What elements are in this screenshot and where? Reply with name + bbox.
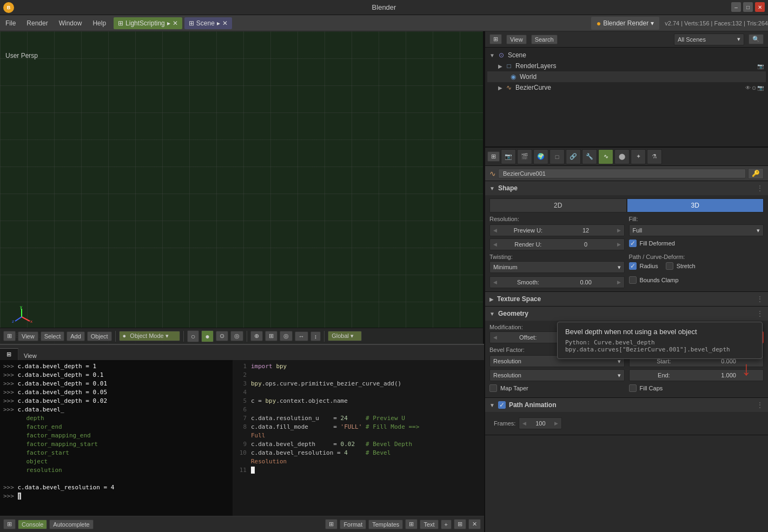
preview-u-field[interactable]: ◀ Preview U: 12 ▶ bbox=[489, 224, 625, 236]
viewport-3d[interactable]: User Persp x y z (1) BezierCurve.001 ⊞ V… bbox=[0, 31, 484, 344]
prop-world-tab[interactable]: 🌍 bbox=[533, 149, 548, 164]
viewport-view-btn[interactable]: View bbox=[18, 331, 38, 341]
twisting-dropdown[interactable]: Minimum ▾ bbox=[489, 261, 625, 273]
shape-section-more[interactable]: ⋮ bbox=[756, 184, 764, 192]
render-u-field[interactable]: ◀ Render U: 0 ▶ bbox=[489, 238, 625, 250]
prop-object-tab[interactable]: □ bbox=[549, 149, 565, 164]
object-name-field[interactable]: BezierCurve001 bbox=[498, 169, 746, 178]
code-duplicate-btn[interactable]: ⊞ bbox=[454, 519, 466, 529]
outliner-content: ▼ ⊙ Scene ▶ □ RenderLayers 📷 ◉ bbox=[485, 48, 768, 95]
material-btn[interactable]: ⊙ bbox=[216, 331, 228, 341]
console-menu-icon[interactable]: ⊞ bbox=[3, 519, 16, 529]
viewport-select-btn[interactable]: Select bbox=[41, 331, 65, 341]
frames-field[interactable]: ◀ 100 ▶ bbox=[519, 417, 562, 429]
beziercurve-select-icon[interactable]: ⊙ bbox=[752, 85, 756, 91]
prop-physics-tab[interactable]: ⚗ bbox=[647, 149, 662, 164]
outliner-scenes-dropdown[interactable]: All Scenes ▾ bbox=[674, 34, 744, 45]
python-console[interactable]: >>> c.data.bevel_depth = 1 >>> c.data.be… bbox=[0, 360, 233, 516]
console-line-prompt[interactable]: >>> | bbox=[3, 492, 229, 501]
outliner-menu-icon[interactable]: ⊞ bbox=[489, 34, 502, 44]
menu-render[interactable]: Render bbox=[21, 17, 53, 29]
radius-checkbox[interactable]: ✓ bbox=[629, 262, 637, 270]
outliner-world-item[interactable]: ◉ World bbox=[487, 71, 766, 82]
shape-section-header[interactable]: ▼ Shape ⋮ bbox=[485, 181, 768, 195]
code-templates-btn[interactable]: Templates bbox=[368, 520, 403, 529]
path-animation-more[interactable]: ⋮ bbox=[756, 401, 764, 409]
path-animation-header[interactable]: ▼ ✓ Path Animation ⋮ bbox=[485, 398, 768, 412]
code-editor[interactable]: 1import bpy 2 3bpy.ops.curve.primitive_b… bbox=[233, 360, 484, 516]
console-view-btn[interactable]: View bbox=[21, 351, 40, 360]
texture-space-header[interactable]: ▶ Texture Space ⋮ bbox=[485, 292, 768, 306]
outliner-search-icon[interactable]: 🔍 bbox=[749, 34, 764, 44]
3d-button[interactable]: 3D bbox=[627, 198, 764, 212]
code-text-btn[interactable]: Text bbox=[420, 520, 438, 529]
path-animation-checkbox[interactable]: ✓ bbox=[498, 401, 506, 409]
code-text-icon[interactable]: ⊞ bbox=[405, 519, 418, 529]
minimize-button[interactable]: – bbox=[731, 2, 741, 12]
scene-close-icon[interactable]: ✕ bbox=[222, 19, 228, 27]
prop-modifiers-tab[interactable]: 🔧 bbox=[582, 149, 597, 164]
menu-help[interactable]: Help bbox=[87, 17, 111, 29]
transform2-btn[interactable]: ↕ bbox=[310, 331, 321, 341]
code-add-btn[interactable]: + bbox=[441, 520, 452, 529]
outliner-scenes-label: All Scenes bbox=[678, 36, 706, 43]
render-engine-selector[interactable]: ● Blender Render ▾ bbox=[591, 17, 660, 30]
bounds-clamp-row: Bounds Clamp bbox=[629, 276, 764, 284]
beziercurve-visibility-icon[interactable]: 👁 bbox=[745, 85, 751, 91]
code-close-btn[interactable]: ✕ bbox=[468, 519, 481, 529]
frames-label: Frames: bbox=[494, 420, 515, 427]
viewport-object-btn[interactable]: Object bbox=[87, 331, 112, 341]
prop-particles-tab[interactable]: ✦ bbox=[631, 149, 646, 164]
console-tab[interactable]: ⊞ bbox=[0, 348, 18, 360]
fill-dropdown[interactable]: Full ▾ bbox=[629, 224, 764, 236]
geometry-section-header[interactable]: ▼ Geometry ⋮ bbox=[485, 307, 768, 321]
prop-scene-tab[interactable]: 🎬 bbox=[517, 149, 532, 164]
prop-material-tab[interactable]: ⬤ bbox=[614, 149, 630, 164]
workspace-selector[interactable]: ⊞ LightScripting ▸ ✕ bbox=[114, 17, 182, 29]
outliner-view-btn[interactable]: View bbox=[506, 35, 527, 44]
maximize-button[interactable]: □ bbox=[743, 2, 753, 12]
solid-btn[interactable]: ● bbox=[201, 330, 213, 342]
wireframe-btn[interactable]: ○ bbox=[187, 330, 199, 342]
version-info: v2.74 | Verts:156 | Faces:132 | Tris:264 bbox=[665, 20, 768, 26]
global-dropdown[interactable]: Global ▾ bbox=[328, 331, 362, 341]
outliner-beziercurve-item[interactable]: ▶ ∿ BezierCurve 👁 ⊙ 📷 bbox=[487, 82, 766, 93]
outliner-search-btn[interactable]: Search bbox=[531, 35, 558, 44]
menu-file[interactable]: File bbox=[0, 17, 21, 29]
bevel-resolution-2-dropdown[interactable]: Resolution ▾ bbox=[489, 369, 625, 381]
outliner-scene-item[interactable]: ▼ ⊙ Scene bbox=[487, 50, 766, 61]
viewport-menu-icon[interactable]: ⊞ bbox=[3, 331, 16, 341]
prop-data-tab[interactable]: ∿ bbox=[598, 149, 613, 164]
scene-selector[interactable]: ⊞ Scene ▸ ✕ bbox=[184, 17, 232, 29]
prop-menu-icon[interactable]: ⊞ bbox=[487, 151, 500, 162]
proportional-btn[interactable]: ◎ bbox=[280, 331, 293, 341]
snap-btn[interactable]: ⊞ bbox=[265, 331, 277, 341]
render-btn[interactable]: ◎ bbox=[230, 331, 243, 341]
map-taper-checkbox[interactable] bbox=[489, 384, 497, 392]
transform-btn[interactable]: ↔ bbox=[295, 331, 308, 341]
workspace-close-icon[interactable]: ✕ bbox=[173, 19, 178, 27]
console-btn[interactable]: Console bbox=[18, 520, 47, 529]
smooth-field[interactable]: ◀ Smooth: 0.00 ▶ bbox=[489, 276, 625, 288]
outliner-renderlayers-item[interactable]: ▶ □ RenderLayers 📷 bbox=[487, 61, 766, 71]
2d-button[interactable]: 2D bbox=[489, 198, 627, 212]
code-format-btn[interactable]: Format bbox=[340, 520, 366, 529]
prop-render-tab[interactable]: 📷 bbox=[501, 149, 516, 164]
object-id-icon[interactable]: 🔑 bbox=[748, 168, 764, 179]
close-button[interactable]: ✕ bbox=[755, 2, 765, 12]
code-menu-icon[interactable]: ⊞ bbox=[325, 519, 337, 529]
smooth-right-arrow: ▶ bbox=[617, 280, 621, 285]
pivot-btn[interactable]: ⊕ bbox=[250, 331, 263, 341]
fill-caps-checkbox[interactable] bbox=[629, 384, 637, 392]
beziercurve-render-icon[interactable]: 📷 bbox=[757, 85, 764, 91]
bounds-clamp-checkbox[interactable] bbox=[629, 276, 637, 284]
prop-constraints-tab[interactable]: 🔗 bbox=[566, 149, 581, 164]
menu-window[interactable]: Window bbox=[54, 17, 88, 29]
mode-dropdown[interactable]: ● Object Mode ▾ bbox=[119, 331, 180, 341]
viewport-add-btn[interactable]: Add bbox=[67, 331, 85, 341]
geometry-section-more[interactable]: ⋮ bbox=[756, 309, 764, 318]
texture-space-more[interactable]: ⋮ bbox=[756, 295, 764, 303]
fill-deformed-checkbox[interactable]: ✓ bbox=[629, 240, 637, 247]
stretch-checkbox[interactable] bbox=[666, 262, 673, 270]
autocomplete-btn[interactable]: Autocomplete bbox=[49, 520, 93, 529]
